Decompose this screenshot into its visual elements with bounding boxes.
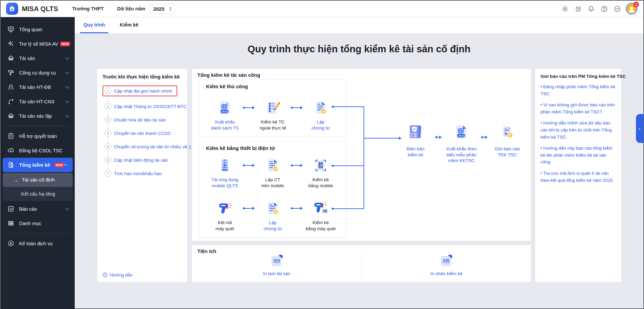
sidebar-item-tong-quan[interactable]: Tổng quan <box>1 22 75 37</box>
svg-text:XLS: XLS <box>458 134 463 137</box>
flow-step-gui-bao-cao[interactable]: Gửi báo cáo TKK TSC <box>488 120 527 158</box>
report-link-chinh-sua[interactable]: Hướng dẫn chỉnh sửa dữ liệu báo cáo khi … <box>540 120 616 141</box>
sidebar-item-ke-toan-dich-vu[interactable]: Kế toán dịch vụ <box>1 236 75 251</box>
flow-arrow <box>290 199 303 218</box>
sidebar-item-tai-san[interactable]: Tài sản <box>1 51 75 65</box>
tab-strip: Quy trình Kiểm kê <box>75 17 643 34</box>
before-inventory-panel: Trước khi thực hiện tổng kiểm kê 1 Cập n… <box>97 68 188 282</box>
chevron-down-icon <box>65 56 69 59</box>
flow-step-xuat-khau-danh-sach[interactable]: XLS Xuất khẩu danh sách TS <box>207 98 242 131</box>
report-link-nop-bao-cao[interactable]: Hướng dẫn nộp báo cáo tổng kiểm kê lên p… <box>540 145 616 166</box>
svg-text:XLS: XLS <box>222 110 227 113</box>
misa-qlts-logo-icon[interactable] <box>6 3 18 15</box>
utility-in-nhan-kiem-ke[interactable]: In nhãn kiểm kê <box>362 250 531 279</box>
reminder-clock-icon[interactable] <box>574 4 582 13</box>
checklist-pencil-icon <box>255 98 290 117</box>
flow-arrow <box>435 120 442 144</box>
chevron-up-icon <box>63 164 67 167</box>
sidebar-item-danh-muc[interactable]: Danh mục <box>1 216 75 230</box>
sidebar-subitem-tai-san-co-dinh[interactable]: → Tài sản cố định <box>3 173 73 187</box>
sidebar-subitem-ket-cau-ha-tang[interactable]: Kết cấu hạ tầng <box>3 187 73 201</box>
sidebar-item-tro-ly-so-misa-ava[interactable]: Trợ lý số MISA AVA NEW <box>1 37 75 51</box>
document-plus-icon <box>255 199 290 218</box>
report-link-dang-nhap[interactable]: Đăng nhập phần mềm Tổng kiểm kê TSC. <box>540 84 616 97</box>
barcode-label-icon <box>269 253 284 268</box>
step-cap-nhat-thong-tu[interactable]: 2 Cập nhật Thông tư 23/2023/TT-BTC <box>103 103 183 110</box>
more-options-icon[interactable] <box>613 4 622 13</box>
chevron-down-icon <box>65 70 69 74</box>
pipe-icon <box>7 98 15 105</box>
flow-step-kiem-ke-mobile: Kiểm kê bằng mobile <box>303 156 338 189</box>
flow-step-xuat-khau-bieu-mau[interactable]: XLS Xuất khẩu theo biểu mẫu phần mềm KKT… <box>442 120 481 164</box>
sidebar-item-tai-san-xac-lap[interactable]: Tài sản xác lập <box>1 109 75 123</box>
flow-arrow <box>290 98 303 117</box>
asset-house-icon <box>7 55 15 62</box>
app-window: MISA QLTS Trường THPT Dữ liệu năm 2025 <box>0 0 644 309</box>
step-cap-nhat-dia-gioi[interactable]: 1 Cập nhật địa giới hành chính <box>103 86 177 96</box>
inventory-document-icon <box>7 161 15 168</box>
chevron-down-icon <box>65 113 69 117</box>
sidebar-item-tai-san-ht-db[interactable]: Tài sản HT-ĐB <box>1 80 75 94</box>
flow-step-lap-chung-tu-2[interactable]: Lập chứng từ <box>255 199 290 231</box>
barcode-scanner-icon <box>207 199 242 218</box>
user-avatar[interactable]: 1 <box>626 3 637 14</box>
dashboard-icon <box>7 26 15 33</box>
cloud-sync-icon <box>7 147 15 154</box>
sidebar-item-bao-cao[interactable]: Báo cáo <box>1 202 75 216</box>
step-chuyen-so-luong[interactable]: 5 Chuyển số lượng tài sản từ nhiều về 1 <box>103 143 183 150</box>
year-selector[interactable]: 2025 <box>150 4 175 14</box>
flow-step-tai-ung-dung[interactable]: Tải ứng dụng mobile QLTS <box>207 156 242 189</box>
connector-vertical-line <box>364 106 364 209</box>
utilities-panel: Tiện ích In tem tài sản In nhãn kiểm kê <box>192 245 531 282</box>
sidebar-item-dong-bo-csdl-tsc[interactable]: Đồng bộ CSDL TSC <box>1 143 75 158</box>
flow-arrow <box>242 199 255 218</box>
report-link-tra-cuu[interactable]: Tra cứu mã đơn vị quản lí tài sản theo k… <box>540 170 616 184</box>
clipboard-checklist-icon <box>7 133 15 140</box>
flow-step-bien-ban-kiem-ke[interactable]: Biên bản kiểm kê <box>396 120 435 158</box>
chevron-down-icon <box>65 206 69 210</box>
sparkles-icon <box>7 40 15 47</box>
sidebar-item-cong-cu-dung-cu[interactable]: Công cụ dụng cụ <box>1 65 75 80</box>
catalog-list-icon <box>7 220 15 227</box>
tab-quy-trinh[interactable]: Quy trình <box>80 17 108 33</box>
barcode-label-icon <box>439 253 454 268</box>
data-year-label: Dữ liệu năm <box>117 6 145 11</box>
active-arrow-icon: → <box>13 177 18 183</box>
report-link-vi-sao[interactable]: Vì sao không gửi được báo cáo trên phần … <box>540 102 616 115</box>
paint-roller-icon <box>7 69 15 76</box>
report-panel-title: Gửi báo cáo trên PM Tổng kiểm kê TSC <box>540 74 616 79</box>
before-panel-title: Trước khi thực hiện tổng kiểm kê <box>103 74 183 80</box>
page-title: Quy trình thực hiện tổng kiểm kê tài sản… <box>75 44 643 55</box>
settings-gear-icon[interactable] <box>561 4 569 13</box>
flow-step-lap-chung-tu[interactable]: Lập chứng từ <box>303 98 338 131</box>
sidebar-item-tong-kiem-ke[interactable]: Tổng kiểm kê NEW <box>3 158 73 172</box>
tab-kiem-ke[interactable]: Kiểm kê <box>116 17 142 33</box>
side-drawer-toggle[interactable]: ‹ <box>636 114 643 143</box>
step-cap-nhat-bien-dong[interactable]: 6 Cập nhật biến động tài sản <box>103 157 183 163</box>
utility-in-tem-tai-san[interactable]: In tem tài sản <box>192 250 362 279</box>
top-bar: MISA QLTS Trường THPT Dữ liệu năm 2025 <box>1 1 643 17</box>
notifications-bell-icon[interactable] <box>587 4 595 13</box>
step-chuan-hoa-du-lieu[interactable]: 3 Chuẩn hóa dữ liệu tài sản <box>103 116 183 123</box>
notification-count-badge: 1 <box>633 2 639 7</box>
sidebar-item-tai-san-ht-cns[interactable]: Tài sản HT-CNS <box>1 94 75 109</box>
chevron-down-icon <box>65 85 69 88</box>
flow-step-lap-ct-mobile: Lập CT trên mobile <box>255 156 290 189</box>
step-chuyen-tai-san-ccdc[interactable]: 4 Chuyển tài sản thành CCDC <box>103 130 183 137</box>
year-stepper-icon[interactable] <box>169 7 172 11</box>
huong-dan-link[interactable]: Hướng dẫn <box>103 272 133 277</box>
manual-inventory-box: Kiểm kê thủ công XLS Xuất khẩu danh sách… <box>199 79 346 137</box>
connector-line <box>333 208 364 209</box>
document-plus-icon <box>255 156 290 175</box>
step-tinh-hao-mon[interactable]: 7 Tính hao mòn/khấu hao <box>103 170 183 177</box>
connector-line <box>333 106 364 107</box>
sidebar-divider <box>6 233 69 234</box>
organization-name[interactable]: Trường THPT <box>72 6 104 11</box>
help-icon[interactable] <box>600 4 608 13</box>
sidebar: Tổng quan Trợ lý số MISA AVA NEW Tài sản… <box>1 17 75 309</box>
new-badge: NEW <box>60 42 70 46</box>
flow-arrow <box>242 98 255 117</box>
flow-step-kiem-ke-tc: Kiểm kê TC ngoài thực tế <box>255 98 290 131</box>
sidebar-item-ho-tro-quyet-toan[interactable]: Hỗ trợ quyết toán <box>1 129 75 143</box>
connector-line <box>333 165 364 166</box>
